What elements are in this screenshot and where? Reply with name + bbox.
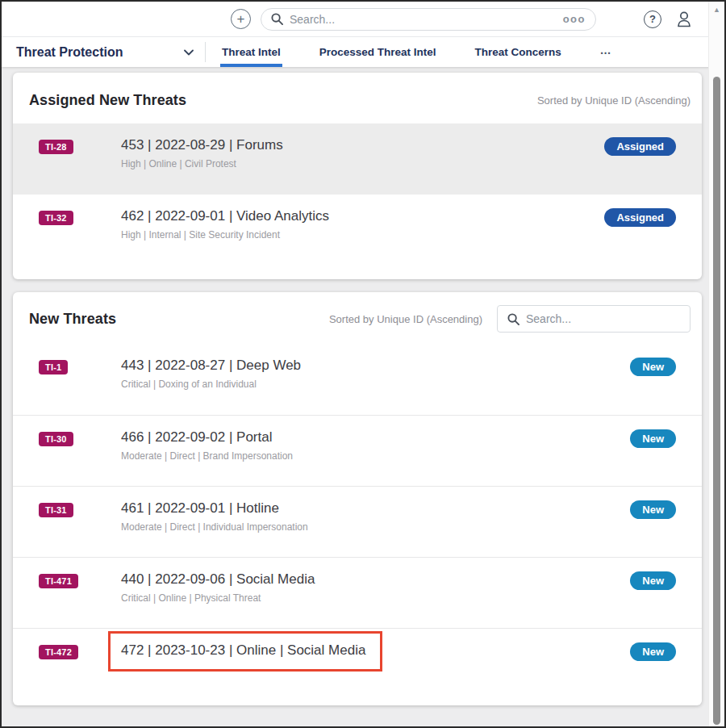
section-header: New Threats Sorted by Unique ID (Ascendi… xyxy=(13,292,702,344)
threat-subtitle: Critical | Doxing of an Individual xyxy=(121,379,630,390)
threat-title[interactable]: 472 | 2023-10-23 | Online | Social Media xyxy=(121,642,365,658)
unique-id-badge: TI-30 xyxy=(39,432,73,446)
section-search-bar[interactable] xyxy=(497,305,691,333)
threat-row[interactable]: TI-32 462 | 2022-09-01 | Video Analytics… xyxy=(13,195,702,266)
search-icon xyxy=(507,313,519,325)
sort-indicator: Sorted by Unique ID (Ascending) xyxy=(329,313,482,325)
tab-threat-intel[interactable]: Threat Intel xyxy=(220,37,282,67)
threat-title[interactable]: 462 | 2022-09-01 | Video Analytics xyxy=(121,207,604,225)
threat-row[interactable]: TI-28 453 | 2022-08-29 | Forums High | O… xyxy=(13,123,702,195)
status-badge: Assigned xyxy=(604,208,676,227)
threat-title[interactable]: 453 | 2022-08-29 | Forums xyxy=(121,136,604,154)
status-badge: New xyxy=(630,358,676,376)
unique-id-badge: TI-472 xyxy=(39,645,78,659)
add-icon[interactable]: + xyxy=(231,9,251,29)
unique-id-badge: TI-1 xyxy=(39,360,68,374)
app-switcher-dropdown[interactable]: Threat Protection xyxy=(2,37,205,67)
status-badge: New xyxy=(630,429,676,448)
global-search-input[interactable] xyxy=(290,13,557,26)
section-title: New Threats xyxy=(29,311,116,328)
unique-id-badge: TI-32 xyxy=(39,211,73,225)
vertical-scrollbar[interactable]: ▲ xyxy=(708,2,724,726)
threat-title[interactable]: 443 | 2022-08-27 | Deep Web xyxy=(121,357,630,374)
unique-id-badge: TI-471 xyxy=(39,574,78,588)
unique-id-badge: TI-31 xyxy=(39,503,73,517)
threat-subtitle: Moderate | Direct | Individual Impersona… xyxy=(121,521,630,533)
scrollbar-thumb[interactable] xyxy=(713,77,720,725)
search-options-icon[interactable]: ooo xyxy=(563,13,586,25)
nav-bar: Threat Protection Threat Intel Processed… xyxy=(2,37,724,67)
threat-subtitle: Moderate | Direct | Brand Impersonation xyxy=(121,450,630,462)
status-badge: New xyxy=(630,571,676,590)
threat-subtitle: High | Internal | Site Security Incident xyxy=(121,229,604,241)
top-bar: + ooo ? xyxy=(2,2,724,37)
assigned-new-threats-section: Assigned New Threats Sorted by Unique ID… xyxy=(13,73,702,279)
app-window: + ooo ? Threat Protection Threat Intel P… xyxy=(0,0,726,728)
help-icon[interactable]: ? xyxy=(644,10,661,28)
section-title: Assigned New Threats xyxy=(29,92,186,109)
threat-title[interactable]: 461 | 2022-09-01 | Hotline xyxy=(121,500,630,517)
threat-row[interactable]: TI-1 443 | 2022-08-27 | Deep Web Critica… xyxy=(13,344,702,415)
threat-row[interactable]: TI-30 466 | 2022-09-02 | Portal Moderate… xyxy=(13,415,702,486)
threat-subtitle: Critical | Online | Physical Threat xyxy=(121,592,630,604)
status-badge: Assigned xyxy=(604,137,676,156)
tab-processed-threat-intel[interactable]: Processed Threat Intel xyxy=(318,37,438,67)
threat-subtitle: High | Online | Civil Protest xyxy=(121,158,604,169)
tab-threat-concerns[interactable]: Threat Concerns xyxy=(474,37,563,67)
section-search-input[interactable] xyxy=(526,312,680,325)
section-header: Assigned New Threats Sorted by Unique ID… xyxy=(13,73,702,123)
status-badge: New xyxy=(630,642,676,661)
scroll-up-icon[interactable]: ▲ xyxy=(709,2,724,18)
tab-bar: Threat Intel Processed Threat Intel Thre… xyxy=(220,37,614,67)
threat-row[interactable]: TI-471 440 | 2022-09-06 | Social Media C… xyxy=(13,557,702,628)
sort-indicator: Sorted by Unique ID (Ascending) xyxy=(537,94,691,107)
unique-id-badge: TI-28 xyxy=(39,140,73,154)
global-search-bar[interactable]: ooo xyxy=(261,8,596,31)
user-icon[interactable] xyxy=(674,10,694,29)
page-content: Assigned New Threats Sorted by Unique ID… xyxy=(2,67,724,705)
app-title: Threat Protection xyxy=(16,45,123,60)
threat-title[interactable]: 440 | 2022-09-06 | Social Media xyxy=(121,571,630,588)
threat-title[interactable]: 466 | 2022-09-02 | Portal xyxy=(121,429,630,446)
status-badge: New xyxy=(630,500,676,519)
threat-row-highlighted[interactable]: TI-472 472 | 2023-10-23 | Online | Socia… xyxy=(13,628,702,699)
chevron-down-icon xyxy=(184,49,194,56)
nav-divider xyxy=(205,42,206,62)
new-threats-section: New Threats Sorted by Unique ID (Ascendi… xyxy=(13,292,702,705)
search-icon xyxy=(271,13,283,25)
more-tabs-icon[interactable]: ⋯ xyxy=(599,37,614,67)
threat-row[interactable]: TI-31 461 | 2022-09-01 | Hotline Moderat… xyxy=(13,486,702,557)
annotation-highlight-box: 472 | 2023-10-23 | Online | Social Media xyxy=(108,631,382,672)
